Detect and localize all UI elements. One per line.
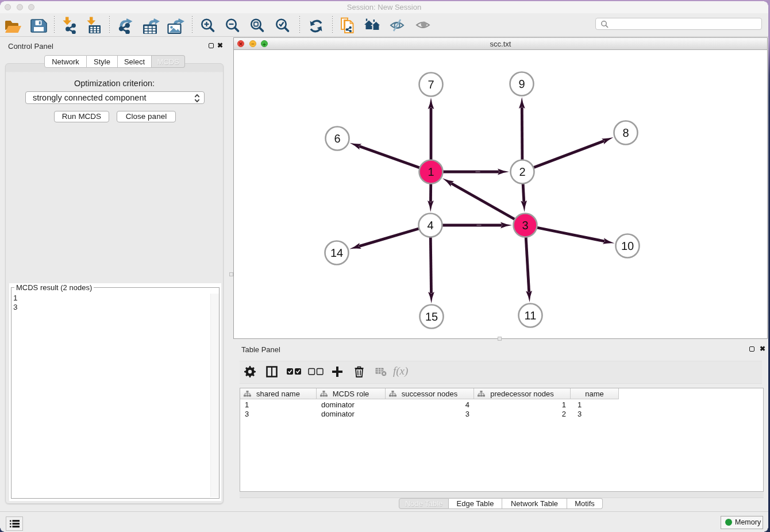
svg-text:9: 9 xyxy=(518,78,525,91)
svg-text:7: 7 xyxy=(428,79,434,91)
svg-text:3: 3 xyxy=(522,219,528,232)
svg-text:1: 1 xyxy=(428,166,434,179)
svg-text:2: 2 xyxy=(519,166,525,179)
svg-text:10: 10 xyxy=(621,240,634,253)
svg-text:14: 14 xyxy=(330,247,343,260)
svg-text:4: 4 xyxy=(427,219,433,232)
svg-text:8: 8 xyxy=(622,127,629,140)
svg-text:11: 11 xyxy=(525,310,537,322)
svg-text:6: 6 xyxy=(334,133,340,145)
svg-text:15: 15 xyxy=(425,311,438,323)
